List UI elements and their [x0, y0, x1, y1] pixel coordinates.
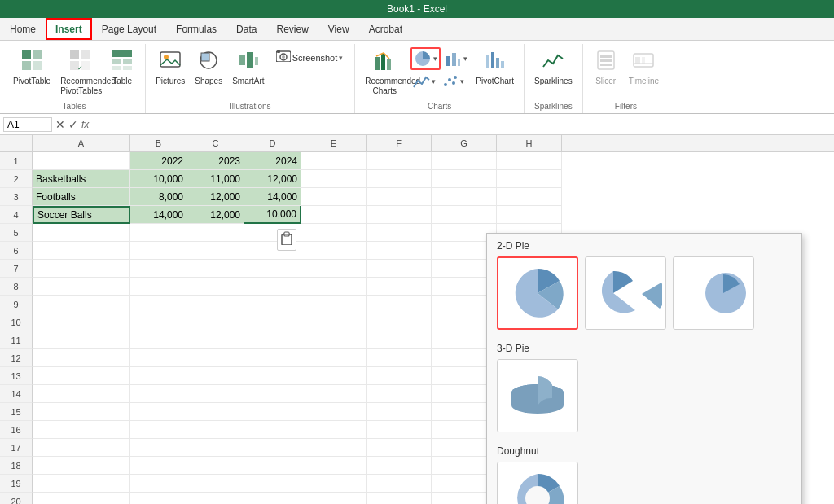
col-header-G[interactable]: G — [432, 135, 497, 151]
tab-data[interactable]: Data — [226, 18, 266, 40]
smartart-button[interactable]: SmartArt — [229, 47, 267, 88]
col-header-B[interactable]: B — [130, 135, 187, 151]
pictures-button[interactable]: Pictures — [152, 47, 188, 88]
cell-C9[interactable] — [187, 296, 244, 313]
cell-F8[interactable] — [367, 278, 432, 296]
cell-E7[interactable] — [301, 260, 367, 278]
shapes-button[interactable]: Shapes — [191, 47, 226, 88]
cell-B11[interactable] — [130, 331, 187, 349]
row-header-3[interactable]: 3 — [0, 188, 33, 206]
col-header-D[interactable]: D — [244, 135, 301, 151]
cell-C5[interactable] — [187, 224, 244, 242]
cell-F6[interactable] — [367, 242, 432, 260]
cell-D8[interactable] — [244, 278, 301, 296]
cell-E11[interactable] — [301, 331, 367, 349]
cell-B18[interactable] — [130, 457, 187, 475]
cell-C19[interactable] — [187, 475, 244, 493]
cancel-formula-icon[interactable]: ✕ — [55, 118, 65, 131]
cell-E3[interactable] — [301, 188, 367, 206]
cell-F16[interactable] — [367, 421, 432, 439]
cell-A11[interactable] — [33, 331, 130, 349]
line-chart-button[interactable]: ▾ — [410, 72, 437, 91]
row-header-8[interactable]: 8 — [0, 278, 33, 296]
row-header-7[interactable]: 7 — [0, 260, 33, 278]
doughnut-thumb-1[interactable] — [497, 462, 578, 504]
pivotchart-button[interactable]: PivotChart — [472, 47, 517, 88]
cell-E15[interactable] — [301, 403, 367, 421]
cell-C18[interactable] — [187, 457, 244, 475]
cell-C11[interactable] — [187, 331, 244, 349]
recommended-pivottables-button[interactable]: ✓ Recommended PivotTables — [57, 47, 103, 98]
cell-A4[interactable]: Soccer Balls — [33, 206, 130, 224]
cell-F2[interactable] — [367, 170, 432, 188]
cell-C2[interactable]: 11,000 — [187, 170, 244, 188]
row-header-15[interactable]: 15 — [0, 403, 33, 421]
cell-D13[interactable] — [244, 367, 301, 385]
timeline-button[interactable]: Timeline — [626, 47, 662, 88]
paste-icon[interactable] — [277, 229, 296, 251]
row-header-14[interactable]: 14 — [0, 385, 33, 403]
bar-chart-button[interactable]: ▾ — [442, 47, 469, 70]
cell-E13[interactable] — [301, 367, 367, 385]
cell-C6[interactable] — [187, 242, 244, 260]
cell-H2[interactable] — [497, 170, 562, 188]
cell-A3[interactable]: Footballs — [33, 188, 130, 206]
row-header-20[interactable]: 20 — [0, 493, 33, 504]
cell-B5[interactable] — [130, 224, 187, 242]
cell-B12[interactable] — [130, 349, 187, 367]
cell-E1[interactable] — [301, 152, 367, 170]
cell-E4[interactable] — [301, 206, 367, 224]
cell-C3[interactable]: 12,000 — [187, 188, 244, 206]
cell-E8[interactable] — [301, 278, 367, 296]
cell-A12[interactable] — [33, 349, 130, 367]
row-header-4[interactable]: 4 — [0, 206, 33, 224]
tab-view[interactable]: View — [318, 18, 359, 40]
cell-B3[interactable]: 8,000 — [130, 188, 187, 206]
cell-A1[interactable] — [33, 152, 130, 170]
cell-A9[interactable] — [33, 296, 130, 313]
cell-F19[interactable] — [367, 475, 432, 493]
cell-E19[interactable] — [301, 475, 367, 493]
cell-G4[interactable] — [432, 206, 497, 224]
cell-A5[interactable] — [33, 224, 130, 242]
cell-E20[interactable] — [301, 493, 367, 504]
cell-B1[interactable]: 2022 — [130, 152, 187, 170]
cell-H3[interactable] — [497, 188, 562, 206]
cell-A6[interactable] — [33, 242, 130, 260]
row-header-5[interactable]: 5 — [0, 224, 33, 242]
slicer-button[interactable]: Slicer — [590, 47, 622, 88]
cell-F20[interactable] — [367, 493, 432, 504]
cell-C7[interactable] — [187, 260, 244, 278]
cell-C20[interactable] — [187, 493, 244, 504]
cell-E18[interactable] — [301, 457, 367, 475]
cell-B7[interactable] — [130, 260, 187, 278]
cell-B6[interactable] — [130, 242, 187, 260]
pie-chart-button[interactable]: ▾ — [410, 47, 441, 70]
cell-A19[interactable] — [33, 475, 130, 493]
col-header-E[interactable]: E — [301, 135, 367, 151]
cell-B16[interactable] — [130, 421, 187, 439]
cell-A20[interactable] — [33, 493, 130, 504]
sparklines-button[interactable]: Sparklines — [531, 47, 576, 88]
cell-D7[interactable] — [244, 260, 301, 278]
screenshot-button[interactable]: Screenshot ▾ — [271, 49, 349, 66]
cell-C8[interactable] — [187, 278, 244, 296]
tab-formulas[interactable]: Formulas — [166, 18, 226, 40]
cell-F9[interactable] — [367, 296, 432, 313]
row-header-6[interactable]: 6 — [0, 242, 33, 260]
cell-C1[interactable]: 2023 — [187, 152, 244, 170]
cell-A16[interactable] — [33, 421, 130, 439]
tab-review[interactable]: Review — [266, 18, 318, 40]
cell-C14[interactable] — [187, 385, 244, 403]
cell-E9[interactable] — [301, 296, 367, 313]
cell-B19[interactable] — [130, 475, 187, 493]
cell-F15[interactable] — [367, 403, 432, 421]
recommended-charts-button[interactable]: Recommended Charts — [362, 47, 407, 98]
cell-D15[interactable] — [244, 403, 301, 421]
cell-C10[interactable] — [187, 313, 244, 331]
col-header-C[interactable]: C — [187, 135, 244, 151]
cell-F4[interactable] — [367, 206, 432, 224]
cell-D9[interactable] — [244, 296, 301, 313]
cell-D11[interactable] — [244, 331, 301, 349]
cell-D10[interactable] — [244, 313, 301, 331]
